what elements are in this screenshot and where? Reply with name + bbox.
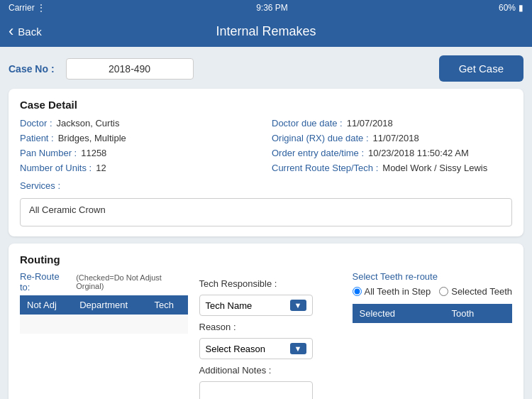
form-section: Tech Responsible : Tech Name ▼ Reason : … bbox=[199, 278, 341, 399]
route-step-value: Model Work / Sissy Lewis bbox=[382, 163, 487, 173]
detail-row-pan: Pan Number : 11258 bbox=[20, 148, 260, 158]
route-step-label: Current Route Step/Tech : bbox=[272, 163, 378, 173]
units-label: Number of Units : bbox=[20, 163, 92, 173]
tech-select-chevron-icon: ▼ bbox=[290, 300, 306, 311]
patient-label: Patient : bbox=[20, 133, 54, 143]
tech-responsible-label: Tech Responsible : bbox=[199, 278, 277, 289]
reason-select-wrapper[interactable]: Select Reason ▼ bbox=[199, 338, 341, 359]
reason-select-chevron-icon: ▼ bbox=[290, 343, 306, 354]
case-no-row: Case No : Get Case bbox=[9, 55, 523, 82]
additional-notes-label: Additional Notes : bbox=[199, 365, 272, 376]
doctor-label: Doctor : bbox=[20, 118, 52, 129]
nav-bar: Back Internal Remakes bbox=[0, 16, 532, 47]
table-row bbox=[353, 323, 513, 334]
selected-col-selected: Selected bbox=[353, 304, 445, 323]
teeth-reroute-label: Select Teeth re-route bbox=[353, 271, 513, 282]
reroute-col-notadj: Not Adj bbox=[20, 295, 72, 315]
battery: 60% ▮ bbox=[499, 3, 523, 13]
radio-selected-teeth-label: Selected Teeth bbox=[451, 286, 512, 297]
reason-select-value: Select Reason bbox=[206, 344, 266, 354]
radio-selected-teeth[interactable]: Selected Teeth bbox=[439, 286, 512, 297]
services-label: Services : bbox=[20, 180, 60, 191]
right-section: Select Teeth re-route All Teeth in Step … bbox=[353, 271, 513, 334]
status-bar: Carrier ⋮ 9:36 PM 60% ▮ bbox=[0, 0, 532, 16]
reroute-section: Re-Route to: (Checked=Do Not Adjust Orgi… bbox=[20, 271, 188, 334]
detail-row-order-entry: Order entry date/time : 10/23/2018 11:50… bbox=[272, 148, 512, 158]
detail-row-doctor-due: Doctor due date : 11/07/2018 bbox=[272, 118, 512, 129]
tech-select-wrapper[interactable]: Tech Name ▼ bbox=[199, 295, 341, 316]
case-no-input[interactable] bbox=[66, 58, 194, 80]
reroute-to-label: Re-Route to: bbox=[20, 271, 70, 293]
detail-row-route-step: Current Route Step/Tech : Model Work / S… bbox=[272, 163, 512, 173]
case-detail-grid: Doctor : Jackson, Curtis Doctor due date… bbox=[20, 118, 512, 175]
reroute-col-tech: Tech bbox=[148, 295, 188, 315]
reason-row: Reason : bbox=[199, 322, 341, 332]
order-entry-label: Order entry date/time : bbox=[272, 148, 364, 158]
back-button[interactable]: Back bbox=[9, 23, 42, 39]
radio-group: All Teeth in Step Selected Teeth bbox=[353, 286, 513, 297]
doctor-due-label: Doctor due date : bbox=[272, 118, 343, 129]
detail-row-units: Number of Units : 12 bbox=[20, 163, 260, 173]
reroute-col-department: Department bbox=[72, 295, 147, 315]
doctor-value: Jackson, Curtis bbox=[57, 118, 120, 129]
time: 9:36 PM bbox=[256, 3, 288, 13]
tech-select[interactable]: Tech Name ▼ bbox=[199, 295, 313, 316]
doctor-due-value: 11/07/2018 bbox=[347, 118, 393, 129]
case-detail-card: Case Detail Doctor : Jackson, Curtis Doc… bbox=[9, 89, 523, 236]
reroute-label-row: Re-Route to: (Checked=Do Not Adjust Orgi… bbox=[20, 271, 188, 293]
case-no-label: Case No : bbox=[9, 63, 55, 75]
rx-due-label: Original (RX) due date : bbox=[272, 133, 369, 143]
services-row: Services : bbox=[20, 180, 512, 191]
tech-select-value: Tech Name bbox=[206, 300, 253, 311]
case-detail-title: Case Detail bbox=[20, 99, 512, 111]
rx-due-value: 11/07/2018 bbox=[373, 133, 419, 143]
routing-top: Re-Route to: (Checked=Do Not Adjust Orgi… bbox=[20, 271, 512, 399]
order-entry-value: 10/23/2018 11:50:42 AM bbox=[368, 148, 469, 158]
reason-label: Reason : bbox=[199, 322, 256, 332]
patient-value: Bridges, Multiple bbox=[58, 133, 126, 143]
routing-title: Routing bbox=[20, 253, 512, 266]
reason-select[interactable]: Select Reason ▼ bbox=[199, 338, 313, 359]
radio-all-teeth-input[interactable] bbox=[353, 287, 362, 296]
units-value: 12 bbox=[96, 163, 106, 173]
detail-row-rx-due: Original (RX) due date : 11/07/2018 bbox=[272, 133, 512, 143]
radio-all-teeth[interactable]: All Teeth in Step bbox=[353, 286, 431, 297]
teeth-reroute: Select Teeth re-route All Teeth in Step … bbox=[353, 271, 513, 297]
pan-value: 11258 bbox=[81, 148, 106, 158]
main-content: Case No : Get Case Case Detail Doctor : … bbox=[0, 47, 532, 399]
page-title: Internal Remakes bbox=[216, 24, 316, 39]
radio-selected-teeth-input[interactable] bbox=[439, 287, 448, 296]
get-case-button[interactable]: Get Case bbox=[439, 55, 523, 82]
radio-all-teeth-label: All Teeth in Step bbox=[365, 286, 431, 297]
additional-notes-input[interactable] bbox=[199, 381, 313, 399]
reroute-table: Not Adj Department Tech bbox=[20, 295, 188, 334]
pan-label: Pan Number : bbox=[20, 148, 77, 158]
back-chevron-icon bbox=[9, 23, 15, 39]
battery-icon: ▮ bbox=[519, 3, 523, 13]
carrier-wifi: Carrier ⋮ bbox=[9, 3, 45, 13]
detail-row-patient: Patient : Bridges, Multiple bbox=[20, 133, 260, 143]
back-label: Back bbox=[18, 26, 41, 38]
table-row bbox=[20, 315, 188, 334]
notes-row: Additional Notes : bbox=[199, 365, 341, 376]
detail-row-doctor: Doctor : Jackson, Curtis bbox=[20, 118, 260, 129]
selected-teeth-table: Selected Tooth bbox=[353, 304, 513, 334]
selected-col-tooth: Tooth bbox=[445, 304, 512, 323]
routing-card: Routing Re-Route to: (Checked=Do Not Adj… bbox=[9, 244, 523, 399]
services-value: All Ceramic Crown bbox=[29, 204, 106, 215]
tech-responsible-row: Tech Responsible : bbox=[199, 278, 341, 289]
reroute-sub-label: (Checked=Do Not Adjust Orginal) bbox=[76, 273, 187, 290]
services-box: All Ceramic Crown bbox=[20, 198, 512, 226]
